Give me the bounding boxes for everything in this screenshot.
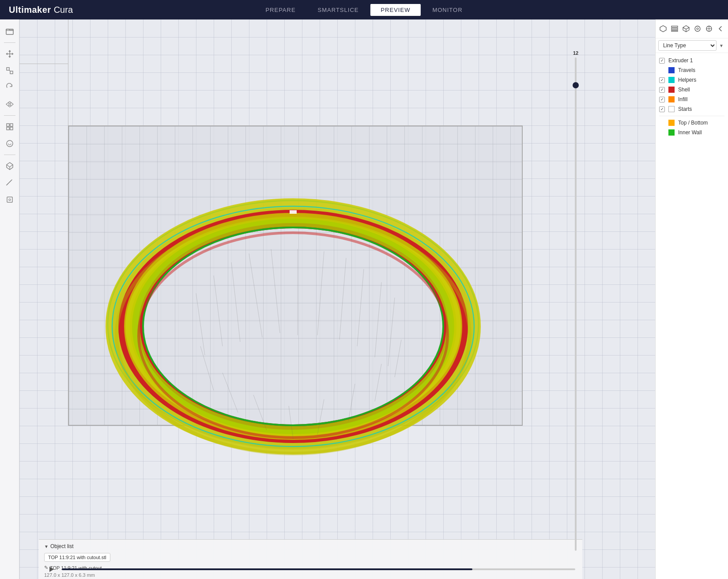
topbottom-label: Top / Bottom: [678, 120, 724, 126]
svg-rect-7: [10, 127, 13, 130]
linetype-select[interactable]: Line Type: [658, 40, 717, 51]
starts-label: Starts: [678, 106, 724, 112]
toolbar-sep-2: [4, 115, 15, 116]
layer-slider-track[interactable]: [575, 57, 577, 551]
topbottom-color: [668, 120, 675, 126]
progress-fill: [62, 568, 472, 570]
progress-bar[interactable]: [62, 568, 575, 570]
nav-tabs: PREPARE SMARTSLICE PREVIEW MONITOR: [255, 4, 473, 16]
dropdown-arrow-icon[interactable]: ▼: [717, 42, 725, 49]
legend: Extruder 1 Travels Helpers Shell: [656, 53, 728, 140]
solidview-button[interactable]: [2, 159, 17, 174]
header: Ultimaker Cura PREPARE SMARTSLICE PREVIE…: [0, 0, 728, 19]
infill-color: [668, 96, 675, 102]
view-solid-icon-btn[interactable]: [658, 23, 668, 34]
left-toolbar: [0, 19, 19, 579]
playback-bar: [39, 560, 582, 579]
infill-label: Infill: [678, 96, 724, 102]
tab-monitor[interactable]: MONITOR: [422, 4, 473, 16]
svg-rect-6: [7, 127, 9, 130]
object-list-label: Object list: [50, 543, 74, 549]
right-panel: Line Type ▼ Extruder 1 Travels Helpers: [655, 19, 728, 579]
rotate-button[interactable]: [2, 80, 17, 95]
svg-point-49: [697, 28, 698, 30]
layer-slider-thumb[interactable]: [573, 82, 579, 88]
legend-item-top-bottom[interactable]: Top / Bottom: [656, 118, 728, 128]
logo-cura: Cura: [54, 5, 73, 15]
layer-slider[interactable]: 12: [569, 46, 582, 557]
svg-point-48: [695, 26, 700, 31]
svg-rect-10: [7, 197, 12, 202]
innerwall-color: [668, 129, 675, 136]
tab-prepare[interactable]: PREPARE: [255, 4, 306, 16]
panel-toolbar: [656, 19, 728, 38]
legend-item-inner-wall[interactable]: Inner Wall: [656, 128, 728, 137]
extruder1-checkbox[interactable]: [659, 58, 665, 64]
svg-rect-47: [671, 30, 678, 31]
legend-item-infill[interactable]: Infill: [656, 95, 728, 104]
infill-checkbox[interactable]: [659, 97, 665, 102]
axis-y-line: [68, 19, 68, 125]
3d-viewport[interactable]: ▼ Object list TOP 11:9:21 with cutout.st…: [19, 19, 655, 579]
toolbar-sep-1: [4, 42, 15, 43]
travels-label: Travels: [678, 67, 724, 73]
move-button[interactable]: [2, 46, 17, 61]
svg-rect-45: [671, 26, 678, 27]
legend-separator: [659, 116, 724, 116]
arrange-button[interactable]: [2, 119, 17, 134]
svg-rect-2: [10, 71, 13, 74]
svg-rect-5: [10, 124, 13, 126]
axis-x-line: [19, 64, 68, 64]
legend-item-shell[interactable]: Shell: [656, 85, 728, 95]
starts-checkbox[interactable]: [659, 106, 665, 112]
legend-item-helpers[interactable]: Helpers: [656, 75, 728, 85]
toolbar-sep-3: [4, 155, 15, 155]
scale-button[interactable]: [2, 63, 17, 78]
view-layer-icon-btn[interactable]: [670, 23, 679, 34]
tab-preview[interactable]: PREVIEW: [370, 4, 421, 16]
shell-color: [668, 87, 675, 93]
travels-color: [668, 67, 675, 73]
app-logo: Ultimaker Cura: [9, 5, 73, 15]
svg-point-8: [7, 140, 13, 147]
max-layer-number: 12: [573, 50, 578, 56]
starts-color: [668, 106, 675, 112]
svg-rect-46: [671, 28, 678, 30]
tab-smartslice[interactable]: SMARTSLICE: [307, 4, 370, 16]
legend-item-starts[interactable]: Starts: [656, 104, 728, 114]
linetype-dropdown-row: Line Type ▼: [656, 38, 728, 53]
svg-marker-44: [49, 567, 54, 572]
open-folder-button[interactable]: [2, 24, 17, 39]
helpers-checkbox[interactable]: [659, 77, 665, 83]
build-plate: [68, 125, 523, 426]
view-back-icon-btn[interactable]: [716, 23, 725, 34]
view-material-icon-btn[interactable]: [693, 23, 702, 34]
view-xray-icon-btn[interactable]: [704, 23, 714, 34]
svg-rect-4: [7, 124, 9, 126]
extruder1-label: Extruder 1: [668, 57, 724, 64]
svg-rect-1: [7, 68, 9, 70]
object-list-toggle[interactable]: ▼ Object list: [44, 543, 110, 549]
legend-extruder-header: Extruder 1: [656, 56, 728, 65]
helpers-color: [668, 77, 675, 83]
innerwall-label: Inner Wall: [678, 129, 724, 136]
permodel-button[interactable]: [2, 192, 17, 207]
mirror-button[interactable]: [2, 97, 17, 112]
play-button[interactable]: [46, 564, 57, 575]
logo-ultimaker: Ultimaker: [9, 5, 51, 15]
view-wire-icon-btn[interactable]: [681, 23, 691, 34]
main-content: ▼ Object list TOP 11:9:21 with cutout.st…: [0, 19, 728, 579]
shell-checkbox[interactable]: [659, 87, 665, 93]
legend-item-travels[interactable]: Travels: [656, 65, 728, 75]
shell-label: Shell: [678, 87, 724, 93]
svg-point-11: [9, 199, 11, 201]
helpers-label: Helpers: [678, 77, 724, 83]
measure-button[interactable]: [2, 175, 17, 190]
support-button[interactable]: [2, 136, 17, 151]
